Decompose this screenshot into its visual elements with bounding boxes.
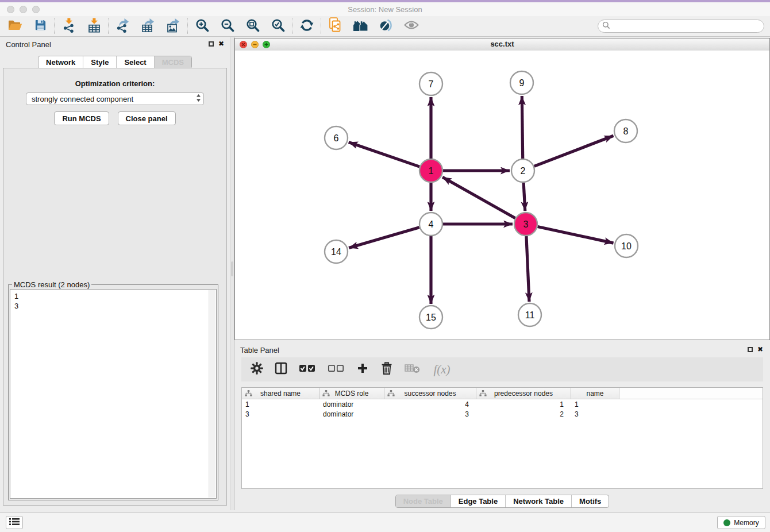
edge-2-9[interactable]: [522, 96, 522, 159]
export-network-button[interactable]: [110, 17, 136, 36]
column-header-mcds-role[interactable]: MCDS role: [319, 388, 384, 399]
task-history-button[interactable]: [6, 516, 23, 529]
node-8[interactable]: 8: [614, 119, 637, 142]
node-1[interactable]: 1: [419, 159, 442, 182]
export-image-button[interactable]: [161, 17, 186, 36]
table-settings-button[interactable]: [250, 363, 264, 376]
show-hide-preview-button[interactable]: [399, 17, 424, 36]
import-network-button[interactable]: [56, 17, 82, 36]
node-7[interactable]: 7: [419, 72, 442, 95]
optimization-criterion-select[interactable]: strongly connected component: [26, 92, 204, 105]
panel-splitter[interactable]: [230, 37, 234, 510]
zoom-fit-button[interactable]: [240, 17, 265, 36]
delete-table-button[interactable]: [404, 363, 420, 376]
node-2[interactable]: 2: [511, 159, 534, 182]
select-all-columns-button[interactable]: [298, 363, 317, 376]
close-table-panel-icon[interactable]: ✖: [757, 345, 763, 353]
table-cell[interactable]: dominator: [319, 410, 384, 418]
node-14[interactable]: 14: [325, 240, 348, 263]
open-file-button[interactable]: [2, 17, 28, 36]
table-cell[interactable]: 3: [384, 410, 476, 418]
header-filler: [619, 388, 763, 399]
function-builder-button[interactable]: f(x): [430, 363, 453, 376]
control-panel-title: Control Panel: [6, 40, 51, 49]
table-cell[interactable]: 3: [242, 410, 319, 418]
homes-icon: [353, 19, 369, 34]
tab-network[interactable]: Network: [38, 56, 83, 68]
tab-mcds[interactable]: MCDS: [154, 56, 191, 68]
column-header-name[interactable]: name: [571, 388, 619, 399]
result-scrollbar[interactable]: [209, 290, 215, 498]
node-3[interactable]: 3: [514, 213, 537, 236]
import-table-icon: [88, 18, 101, 35]
import-table-button[interactable]: [82, 17, 107, 36]
node-9[interactable]: 9: [510, 71, 533, 94]
show-hide-graphics-details-button[interactable]: [374, 17, 399, 36]
edge-4-14[interactable]: [349, 228, 419, 248]
save-floppy-icon: [34, 18, 47, 34]
create-column-button[interactable]: [356, 363, 369, 376]
table-row[interactable]: 3dominator323: [242, 409, 763, 419]
table-body: 1dominator4113dominator323: [242, 399, 763, 419]
tab-network-table[interactable]: Network Table: [505, 495, 571, 507]
mcds-result-area[interactable]: 1 3: [10, 289, 217, 499]
refresh-button[interactable]: [294, 17, 319, 36]
splitter-handle[interactable]: [231, 261, 233, 276]
memory-button[interactable]: Memory: [717, 516, 765, 529]
table-row[interactable]: 1dominator411: [242, 399, 763, 409]
edge-1-6[interactable]: [349, 142, 419, 167]
table-cell[interactable]: 4: [384, 400, 476, 408]
search-input[interactable]: [610, 20, 764, 32]
checked-boxes-icon: [299, 364, 316, 375]
close-panel-icon[interactable]: ✖: [218, 40, 224, 48]
export-table-icon: [141, 18, 155, 35]
float-table-panel-icon[interactable]: [748, 347, 753, 352]
edge-3-10[interactable]: [538, 226, 614, 243]
new-network-from-selection-button[interactable]: [323, 17, 348, 36]
table-cell[interactable]: 1: [476, 400, 571, 408]
edge-3-11[interactable]: [526, 236, 529, 302]
node-10[interactable]: 10: [615, 234, 638, 257]
table-cell[interactable]: 1: [242, 400, 319, 408]
column-header-successor-nodes[interactable]: successor nodes: [384, 388, 476, 399]
graphics-details-icon: [379, 18, 393, 34]
toolbar-separator: [108, 18, 109, 34]
application-window: Session: New Session: [0, 0, 770, 532]
search-field[interactable]: [598, 20, 764, 33]
svg-text:10: 10: [621, 241, 632, 251]
show-columns-button[interactable]: [274, 363, 288, 376]
table-cell[interactable]: dominator: [319, 400, 384, 408]
first-neighbors-button[interactable]: [348, 17, 374, 36]
zoom-selected-button[interactable]: [265, 17, 291, 36]
save-session-button[interactable]: [28, 17, 53, 36]
node-11[interactable]: 11: [518, 303, 541, 326]
node-15[interactable]: 15: [419, 306, 442, 329]
tab-motifs[interactable]: Motifs: [571, 495, 609, 507]
table-cell[interactable]: 3: [571, 410, 619, 418]
node-6[interactable]: 6: [325, 126, 348, 149]
network-canvas[interactable]: 7968123414101511: [235, 51, 769, 340]
edge-2-3[interactable]: [523, 183, 525, 211]
unselect-all-columns-button[interactable]: [327, 363, 345, 376]
control-panel-tabs: NetworkStyleSelectMCDS: [38, 56, 192, 69]
export-network-icon: [116, 18, 130, 35]
network-view-title: scc.txt: [235, 38, 769, 50]
edge-2-8[interactable]: [534, 136, 614, 166]
node-4[interactable]: 4: [419, 213, 442, 236]
zoom-in-button[interactable]: [190, 17, 215, 36]
close-panel-button[interactable]: Close panel: [118, 111, 176, 125]
float-panel-icon[interactable]: [209, 41, 214, 47]
table-cell[interactable]: 1: [571, 400, 619, 408]
tab-select[interactable]: Select: [116, 56, 153, 68]
export-table-button[interactable]: [136, 17, 161, 36]
delete-column-button[interactable]: [380, 363, 394, 376]
table-cell[interactable]: 2: [476, 410, 571, 418]
tab-node-table[interactable]: Node Table: [396, 495, 451, 507]
run-mcds-button[interactable]: Run MCDS: [54, 111, 109, 125]
edge-3-1[interactable]: [442, 177, 515, 218]
zoom-out-button[interactable]: [215, 17, 240, 36]
tab-style[interactable]: Style: [83, 56, 116, 68]
column-header-predecessor-nodes[interactable]: predecessor nodes: [476, 388, 571, 399]
tab-edge-table[interactable]: Edge Table: [451, 495, 505, 507]
column-header-shared-name[interactable]: shared name: [242, 388, 319, 399]
